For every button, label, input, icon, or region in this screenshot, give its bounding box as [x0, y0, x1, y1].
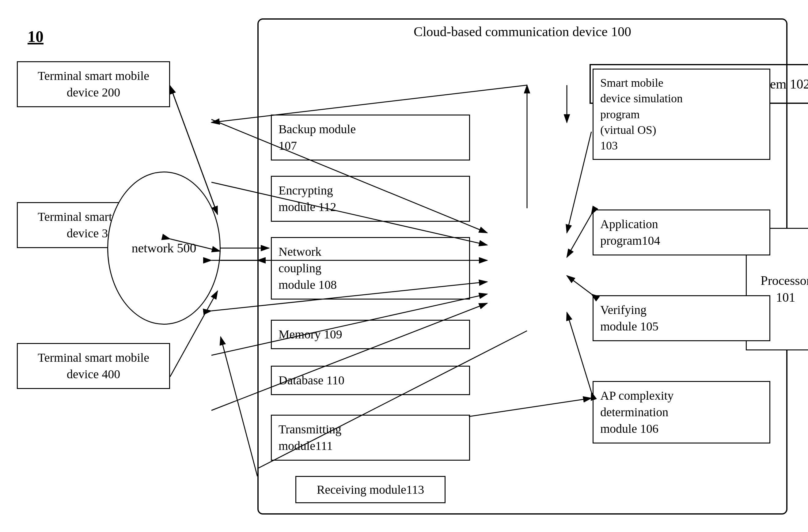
- database-label: Database 110: [278, 373, 344, 387]
- network-coupling-label: Networkcouplingmodule 108: [278, 245, 337, 291]
- verifying-box: Verifyingmodule 105: [593, 295, 770, 341]
- smart-sim-box: Smart mobiledevice simulationprogram(vir…: [593, 69, 770, 160]
- network-label: network 500: [131, 240, 196, 256]
- ap-complexity-box: AP complexitydeterminationmodule 106: [593, 381, 770, 443]
- transmitting-label: Transmittingmodule111: [278, 422, 341, 453]
- system-label: 10: [27, 27, 43, 46]
- memory-label: Memory 109: [278, 327, 342, 341]
- network-ellipse: network 500: [107, 172, 221, 325]
- cloud-device-label: Cloud-based communication device 100: [259, 24, 786, 39]
- network-coupling-box: Networkcouplingmodule 108: [271, 237, 470, 300]
- ap-complexity-label: AP complexitydeterminationmodule 106: [600, 389, 674, 436]
- terminal-400-box: Terminal smart mobiledevice 400: [17, 343, 170, 389]
- receiving-label: Receiving module113: [317, 483, 424, 496]
- terminal-400-label: Terminal smart mobiledevice 400: [38, 351, 149, 381]
- verifying-label: Verifyingmodule 105: [600, 303, 659, 333]
- terminal-200-box: Terminal smart mobiledevice 200: [17, 61, 170, 107]
- encrypting-module-box: Encryptingmodule 112: [271, 176, 470, 222]
- smart-sim-label: Smart mobiledevice simulationprogram(vir…: [600, 76, 683, 152]
- backup-module-label: Backup module107: [278, 122, 356, 153]
- cloud-device-box: Cloud-based communication device 100 Pri…: [257, 18, 788, 515]
- diagram-container: 10 Cloud-based communication device 100 …: [0, 0, 808, 532]
- receiving-box: Receiving module113: [295, 476, 445, 503]
- svg-line-23: [221, 337, 257, 476]
- backup-module-box: Backup module107: [271, 115, 470, 160]
- app-program-box: Applicationprogram104: [593, 209, 770, 255]
- terminal-200-label: Terminal smart mobiledevice 200: [38, 69, 149, 99]
- encrypting-module-label: Encryptingmodule 112: [278, 184, 336, 214]
- transmitting-box: Transmittingmodule111: [271, 415, 470, 461]
- database-box: Database 110: [271, 366, 470, 395]
- memory-box: Memory 109: [271, 320, 470, 349]
- app-program-label: Applicationprogram104: [600, 217, 660, 247]
